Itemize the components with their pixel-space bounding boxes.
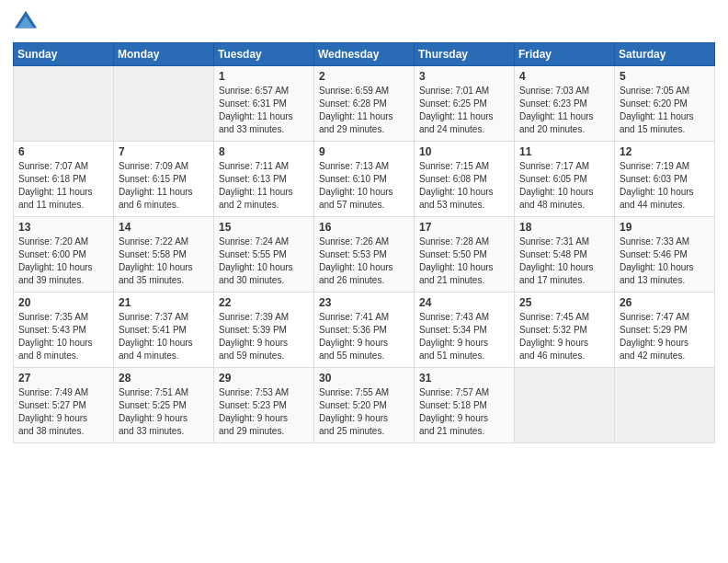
day-number: 10 (419, 145, 509, 158)
day-info: Sunrise: 7:13 AM Sunset: 6:10 PM Dayligh… (319, 160, 409, 212)
day-cell: 17Sunrise: 7:28 AM Sunset: 5:50 PM Dayli… (415, 217, 515, 293)
header-wednesday: Wednesday (314, 43, 415, 66)
day-info: Sunrise: 7:03 AM Sunset: 6:23 PM Dayligh… (519, 85, 609, 136)
calendar-header-row: SundayMondayTuesdayWednesdayThursdayFrid… (14, 43, 715, 66)
day-number: 16 (319, 221, 409, 234)
day-info: Sunrise: 7:22 AM Sunset: 5:58 PM Dayligh… (119, 236, 209, 287)
day-info: Sunrise: 7:33 AM Sunset: 5:46 PM Dayligh… (620, 236, 710, 287)
day-cell: 2Sunrise: 6:59 AM Sunset: 6:28 PM Daylig… (314, 66, 415, 142)
day-number: 2 (319, 70, 409, 83)
day-number: 20 (18, 296, 108, 309)
day-number: 4 (519, 70, 609, 83)
day-cell: 30Sunrise: 7:55 AM Sunset: 5:20 PM Dayli… (314, 368, 415, 443)
day-info: Sunrise: 7:11 AM Sunset: 6:13 PM Dayligh… (219, 160, 309, 212)
day-info: Sunrise: 7:41 AM Sunset: 5:36 PM Dayligh… (319, 311, 409, 362)
day-cell: 27Sunrise: 7:49 AM Sunset: 5:27 PM Dayli… (14, 368, 114, 443)
day-cell: 5Sunrise: 7:05 AM Sunset: 6:20 PM Daylig… (615, 66, 715, 142)
logo (13, 9, 42, 35)
day-cell (615, 368, 715, 443)
logo-icon (13, 9, 39, 35)
day-number: 18 (519, 221, 609, 234)
day-cell (114, 66, 214, 142)
day-cell: 13Sunrise: 7:20 AM Sunset: 6:00 PM Dayli… (14, 217, 114, 293)
calendar-table: SundayMondayTuesdayWednesdayThursdayFrid… (13, 42, 715, 443)
day-number: 7 (119, 145, 209, 158)
day-info: Sunrise: 7:37 AM Sunset: 5:41 PM Dayligh… (119, 311, 209, 362)
day-cell: 28Sunrise: 7:51 AM Sunset: 5:25 PM Dayli… (114, 368, 214, 443)
week-row-1: 6Sunrise: 7:07 AM Sunset: 6:18 PM Daylig… (14, 142, 715, 217)
day-info: Sunrise: 7:45 AM Sunset: 5:32 PM Dayligh… (519, 311, 609, 362)
day-cell: 29Sunrise: 7:53 AM Sunset: 5:23 PM Dayli… (214, 368, 314, 443)
day-number: 21 (119, 296, 209, 309)
day-cell: 1Sunrise: 6:57 AM Sunset: 6:31 PM Daylig… (214, 66, 314, 142)
day-number: 22 (219, 296, 309, 309)
day-cell: 16Sunrise: 7:26 AM Sunset: 5:53 PM Dayli… (314, 217, 415, 293)
header-monday: Monday (114, 43, 214, 66)
day-number: 14 (119, 221, 209, 234)
day-info: Sunrise: 7:39 AM Sunset: 5:39 PM Dayligh… (219, 311, 309, 362)
day-info: Sunrise: 7:43 AM Sunset: 5:34 PM Dayligh… (419, 311, 509, 362)
header-tuesday: Tuesday (214, 43, 314, 66)
day-cell: 24Sunrise: 7:43 AM Sunset: 5:34 PM Dayli… (415, 293, 515, 368)
day-cell: 25Sunrise: 7:45 AM Sunset: 5:32 PM Dayli… (515, 293, 615, 368)
day-cell: 21Sunrise: 7:37 AM Sunset: 5:41 PM Dayli… (114, 293, 214, 368)
day-info: Sunrise: 6:57 AM Sunset: 6:31 PM Dayligh… (219, 85, 309, 136)
day-number: 5 (620, 70, 710, 83)
day-info: Sunrise: 7:47 AM Sunset: 5:29 PM Dayligh… (620, 311, 710, 362)
day-cell: 26Sunrise: 7:47 AM Sunset: 5:29 PM Dayli… (615, 293, 715, 368)
day-info: Sunrise: 6:59 AM Sunset: 6:28 PM Dayligh… (319, 85, 409, 136)
day-cell: 10Sunrise: 7:15 AM Sunset: 6:08 PM Dayli… (415, 142, 515, 217)
day-cell: 23Sunrise: 7:41 AM Sunset: 5:36 PM Dayli… (314, 293, 415, 368)
day-info: Sunrise: 7:51 AM Sunset: 5:25 PM Dayligh… (119, 386, 209, 438)
day-number: 17 (419, 221, 509, 234)
page-container: SundayMondayTuesdayWednesdayThursdayFrid… (0, 0, 728, 563)
day-cell: 6Sunrise: 7:07 AM Sunset: 6:18 PM Daylig… (14, 142, 114, 217)
day-info: Sunrise: 7:17 AM Sunset: 6:05 PM Dayligh… (519, 160, 609, 212)
day-info: Sunrise: 7:07 AM Sunset: 6:18 PM Dayligh… (18, 160, 108, 212)
day-info: Sunrise: 7:57 AM Sunset: 5:18 PM Dayligh… (419, 386, 509, 438)
day-info: Sunrise: 7:19 AM Sunset: 6:03 PM Dayligh… (620, 160, 710, 212)
day-info: Sunrise: 7:28 AM Sunset: 5:50 PM Dayligh… (419, 236, 509, 287)
week-row-3: 20Sunrise: 7:35 AM Sunset: 5:43 PM Dayli… (14, 293, 715, 368)
header-thursday: Thursday (415, 43, 515, 66)
day-number: 25 (519, 296, 609, 309)
day-info: Sunrise: 7:05 AM Sunset: 6:20 PM Dayligh… (620, 85, 710, 136)
day-number: 3 (419, 70, 509, 83)
day-number: 24 (419, 296, 509, 309)
day-number: 12 (620, 145, 710, 158)
day-cell (515, 368, 615, 443)
day-info: Sunrise: 7:35 AM Sunset: 5:43 PM Dayligh… (18, 311, 108, 362)
day-number: 13 (18, 221, 108, 234)
day-cell: 15Sunrise: 7:24 AM Sunset: 5:55 PM Dayli… (214, 217, 314, 293)
day-number: 8 (219, 145, 309, 158)
day-cell (14, 66, 114, 142)
day-number: 27 (18, 372, 108, 385)
day-cell: 3Sunrise: 7:01 AM Sunset: 6:25 PM Daylig… (415, 66, 515, 142)
day-number: 15 (219, 221, 309, 234)
day-number: 19 (620, 221, 710, 234)
day-cell: 7Sunrise: 7:09 AM Sunset: 6:15 PM Daylig… (114, 142, 214, 217)
day-number: 28 (119, 372, 209, 385)
week-row-4: 27Sunrise: 7:49 AM Sunset: 5:27 PM Dayli… (14, 368, 715, 443)
day-number: 6 (18, 145, 108, 158)
header-friday: Friday (515, 43, 615, 66)
day-info: Sunrise: 7:20 AM Sunset: 6:00 PM Dayligh… (18, 236, 108, 287)
day-number: 9 (319, 145, 409, 158)
day-cell: 8Sunrise: 7:11 AM Sunset: 6:13 PM Daylig… (214, 142, 314, 217)
day-info: Sunrise: 7:15 AM Sunset: 6:08 PM Dayligh… (419, 160, 509, 212)
header-sunday: Sunday (14, 43, 114, 66)
day-number: 1 (219, 70, 309, 83)
day-number: 23 (319, 296, 409, 309)
day-cell: 19Sunrise: 7:33 AM Sunset: 5:46 PM Dayli… (615, 217, 715, 293)
day-number: 30 (319, 372, 409, 385)
day-info: Sunrise: 7:24 AM Sunset: 5:55 PM Dayligh… (219, 236, 309, 287)
day-number: 26 (620, 296, 710, 309)
day-cell: 31Sunrise: 7:57 AM Sunset: 5:18 PM Dayli… (415, 368, 515, 443)
day-info: Sunrise: 7:49 AM Sunset: 5:27 PM Dayligh… (18, 386, 108, 438)
day-info: Sunrise: 7:53 AM Sunset: 5:23 PM Dayligh… (219, 386, 309, 438)
day-cell: 11Sunrise: 7:17 AM Sunset: 6:05 PM Dayli… (515, 142, 615, 217)
day-cell: 4Sunrise: 7:03 AM Sunset: 6:23 PM Daylig… (515, 66, 615, 142)
day-number: 11 (519, 145, 609, 158)
day-info: Sunrise: 7:26 AM Sunset: 5:53 PM Dayligh… (319, 236, 409, 287)
day-cell: 20Sunrise: 7:35 AM Sunset: 5:43 PM Dayli… (14, 293, 114, 368)
